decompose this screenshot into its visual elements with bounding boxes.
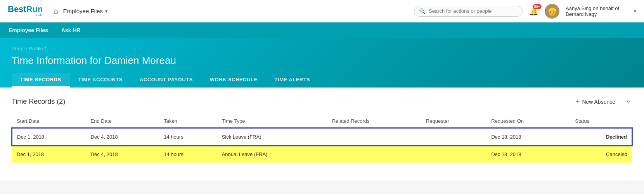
tab-work-schedule[interactable]: WORK SCHEDULE	[201, 73, 266, 88]
cell-taken: 14 hours	[159, 128, 217, 146]
tab-time-records[interactable]: TIME RECORDS	[12, 73, 70, 88]
new-absence-label: New Absence	[582, 99, 615, 105]
cell-time-type: Sick Leave (FRA)	[217, 128, 327, 146]
table-row[interactable]: Dec 1, 2018 Dec 4, 2018 14 hours Sick Le…	[12, 128, 632, 146]
cell-end-date: Dec 4, 2018	[86, 128, 159, 146]
avatar: 👴	[545, 4, 559, 19]
search-input[interactable]	[429, 8, 518, 14]
logo: BestRun SAP	[8, 5, 43, 17]
cell-requester	[421, 128, 486, 146]
cell-taken: 14 hours	[159, 146, 217, 163]
cell-requested-on: Dec 18, 2018	[486, 146, 570, 163]
search-box[interactable]: 🔍	[414, 6, 523, 17]
col-header-status: Status	[570, 114, 632, 128]
nav-title-label: Employee Files	[63, 8, 103, 14]
logo-run: Run	[26, 5, 43, 14]
hero: People Profile / Time Information for Da…	[0, 38, 644, 88]
filter-icon[interactable]: ▿	[625, 96, 632, 108]
logo-best: Best	[8, 5, 26, 14]
table-row[interactable]: Dec 1, 2018 Dec 4, 2018 14 hours Annual …	[12, 146, 632, 163]
sub-nav: Employee Files Ask HR	[0, 22, 644, 38]
user-menu-chevron-icon[interactable]: ▾	[634, 9, 636, 14]
tab-time-accounts[interactable]: TIME ACCOUNTS	[70, 73, 131, 88]
nav-chevron-icon: ▾	[105, 9, 107, 14]
main-content: Time Records (2) + New Absence ▿ Start D…	[0, 88, 644, 180]
plus-icon: +	[576, 98, 580, 106]
page-title: Time Information for Damien Moreau	[12, 55, 632, 67]
col-header-requester: Requester	[421, 114, 486, 128]
home-icon[interactable]: ⌂	[54, 7, 58, 15]
subnav-item-ask-hr[interactable]: Ask HR	[61, 24, 81, 36]
cell-requester	[421, 146, 486, 163]
cell-time-type: Annual Leave (FRA)	[217, 146, 327, 163]
notification-badge: 50+	[533, 4, 542, 9]
section-title: Time Records (2)	[12, 98, 65, 106]
cell-start-date: Dec 1, 2018	[12, 146, 86, 163]
cell-status: Declined	[570, 128, 632, 146]
breadcrumb: People Profile /	[12, 46, 632, 52]
cell-requested-on: Dec 18, 2018	[486, 128, 570, 146]
tab-account-payouts[interactable]: ACCOUNT PAYOUTS	[131, 73, 201, 88]
cell-related-records	[327, 146, 421, 163]
cell-status: Canceled	[570, 146, 632, 163]
search-icon: 🔍	[419, 8, 426, 14]
subnav-item-employee-files[interactable]: Employee Files	[8, 24, 49, 36]
logo-sub: SAP	[8, 14, 43, 17]
new-absence-button[interactable]: + New Absence	[572, 95, 619, 108]
header-actions: + New Absence ▿	[572, 95, 632, 108]
breadcrumb-separator: /	[45, 46, 46, 52]
top-nav: BestRun SAP ⌂ Employee Files ▾ 🔍 🔔 50+ 👴…	[0, 0, 644, 22]
col-header-requested-on: Requested On	[486, 114, 570, 128]
breadcrumb-people-profile[interactable]: People Profile	[12, 46, 43, 52]
user-name: Aanya Sing on behalf of Bernard Nagy	[566, 5, 628, 17]
top-nav-right: 🔍 🔔 50+ 👴 Aanya Sing on behalf of Bernar…	[414, 4, 636, 19]
col-header-time-type: Time Type	[217, 114, 327, 128]
col-header-start-date: Start Date	[12, 114, 86, 128]
col-header-related-records: Related Records	[327, 114, 421, 128]
cell-related-records	[327, 128, 421, 146]
col-header-taken: Taken	[159, 114, 217, 128]
notification-bell[interactable]: 🔔 50+	[529, 7, 538, 16]
nav-title[interactable]: Employee Files ▾	[63, 8, 108, 14]
tab-time-alerts[interactable]: TIME ALERTS	[266, 73, 319, 88]
cell-start-date: Dec 1, 2018	[12, 128, 86, 146]
col-header-end-date: End Date	[86, 114, 159, 128]
table-header-row: Start Date End Date Taken Time Type Rela…	[12, 114, 632, 128]
tabs: TIME RECORDS TIME ACCOUNTS ACCOUNT PAYOU…	[12, 73, 632, 88]
cell-end-date: Dec 4, 2018	[86, 146, 159, 163]
section-header: Time Records (2) + New Absence ▿	[12, 95, 632, 108]
time-records-table: Start Date End Date Taken Time Type Rela…	[12, 114, 632, 163]
